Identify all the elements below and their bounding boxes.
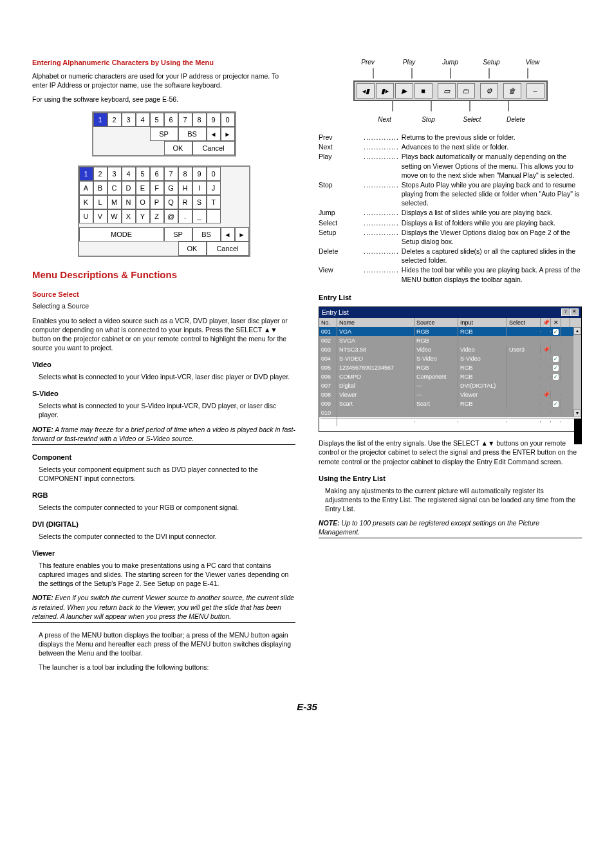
kb-key-F[interactable]: F — [150, 181, 164, 195]
kb2-cancel[interactable]: Cancel — [207, 241, 249, 256]
toolbar-button-2[interactable]: ▶ — [395, 83, 413, 99]
kb-key-J[interactable]: J — [207, 181, 221, 195]
scroll-down-icon[interactable]: ▾ — [573, 410, 581, 417]
kb-key-4[interactable]: 4 — [136, 113, 150, 127]
toolbar-button-5[interactable]: ▭ — [438, 83, 456, 99]
scroll-up-icon[interactable]: ▴ — [573, 327, 581, 335]
kb-key-M[interactable]: M — [107, 195, 122, 209]
entry-row-001[interactable]: 001VGARGBRGB — [319, 327, 573, 336]
kb2-right[interactable]: ► — [235, 227, 249, 241]
kb-key-2[interactable]: 2 — [107, 113, 122, 127]
kb-key-9[interactable]: 9 — [207, 113, 221, 127]
kb-key-O[interactable]: O — [136, 195, 150, 209]
entry-row-007[interactable]: 007Digital---DVI(DIGITAL) — [319, 381, 573, 390]
kb-key-@[interactable]: @ — [164, 209, 178, 223]
entry-row-002[interactable]: 002SVGARGB — [319, 336, 573, 345]
kb-key-6[interactable]: 6 — [150, 167, 164, 181]
kb-key-5[interactable]: 5 — [136, 167, 150, 181]
kb-key-U[interactable]: U — [79, 209, 93, 223]
selecting-source-body: Enables you to select a video source suc… — [32, 316, 295, 353]
kb-key-_[interactable]: _ — [192, 209, 207, 223]
kb-key-L[interactable]: L — [93, 195, 107, 209]
kb-sp[interactable]: SP — [150, 127, 178, 141]
kb-key-Z[interactable]: Z — [150, 209, 164, 223]
entry-row-011[interactable]: 011 — [319, 417, 573, 426]
kb-bs[interactable]: BS — [178, 127, 207, 141]
kb-key-1[interactable]: 1 — [79, 167, 93, 181]
video-body: Selects what is connected to your Video … — [32, 372, 295, 381]
toolbar-button-8[interactable]: ⚙ — [480, 83, 498, 99]
toolbar-button-1[interactable]: ▮▸ — [376, 83, 394, 99]
toolbar-button-10[interactable]: 🗑 — [503, 83, 521, 99]
kb2-bs[interactable]: BS — [192, 227, 221, 241]
kb-key-.[interactable]: . — [178, 209, 192, 223]
kb-key-9[interactable]: 9 — [192, 167, 207, 181]
help-icon[interactable]: ? — [561, 308, 570, 316]
kb-key-Y[interactable]: Y — [136, 209, 150, 223]
kb-right-arrow[interactable]: ► — [221, 127, 235, 141]
svideo-title: S-Video — [32, 389, 295, 399]
kb-key-0[interactable]: 0 — [207, 167, 221, 181]
kb-key-V[interactable]: V — [93, 209, 107, 223]
kb-key-W[interactable]: W — [107, 209, 122, 223]
kb-key-7[interactable]: 7 — [164, 167, 178, 181]
viewer-body-2: A press of the MENU button displays the … — [32, 630, 295, 658]
kb-key- [interactable] — [207, 209, 221, 223]
kb-key-S[interactable]: S — [192, 195, 207, 209]
kb-key-Q[interactable]: Q — [164, 195, 178, 209]
kb-cancel[interactable]: Cancel — [192, 141, 235, 155]
kb-key-8[interactable]: 8 — [192, 113, 207, 127]
kb-ok[interactable]: OK — [164, 141, 192, 155]
toolbar-button-12[interactable]: – — [526, 83, 544, 99]
kb-key-7[interactable]: 7 — [178, 113, 192, 127]
close-icon[interactable]: ✕ — [570, 308, 579, 316]
entry-row-004[interactable]: 004S-VIDEOS-VideoS-Video — [319, 354, 573, 363]
kb-key-G[interactable]: G — [164, 181, 178, 195]
kb-key-H[interactable]: H — [178, 181, 192, 195]
kb-key-D[interactable]: D — [122, 181, 136, 195]
heading-entry-list: Entry List — [319, 293, 582, 303]
kb2-left[interactable]: ◄ — [221, 227, 235, 241]
kb-key-X[interactable]: X — [122, 209, 136, 223]
kb-mode[interactable]: MODE — [79, 227, 164, 241]
kb-key-C[interactable]: C — [107, 181, 122, 195]
kb-key-4[interactable]: 4 — [122, 167, 136, 181]
heading-source-select: Source Select — [32, 290, 295, 299]
scrollbar[interactable]: ▴ ▾ — [573, 327, 581, 417]
entry-list-desc: Displays the list of the entry signals. … — [319, 439, 582, 466]
kb-key-K[interactable]: K — [79, 195, 93, 209]
kb-key-8[interactable]: 8 — [178, 167, 192, 181]
toolbar-button-0[interactable]: ◂▮ — [357, 83, 375, 99]
toolbar-button-6[interactable]: 🗀 — [457, 83, 475, 99]
heading-entering-chars: Entering Alphanumeric Characters by Usin… — [32, 58, 295, 68]
kb-key-3[interactable]: 3 — [122, 113, 136, 127]
kb-key-6[interactable]: 6 — [164, 113, 178, 127]
kb2-ok[interactable]: OK — [178, 241, 207, 256]
entry-row-006[interactable]: 006COMPOComponentRGB — [319, 372, 573, 381]
entry-row-010[interactable]: 010 — [319, 408, 573, 417]
kb-key-T[interactable]: T — [207, 195, 221, 209]
kb-key-E[interactable]: E — [136, 181, 150, 195]
entry-row-003[interactable]: 003NTSC3.58VideoVideoUser3📌 — [319, 345, 573, 354]
kb-key-P[interactable]: P — [150, 195, 164, 209]
kb-key-R[interactable]: R — [178, 195, 192, 209]
def-delete: Delete ..............Deletes a captured … — [319, 247, 582, 265]
entry-row-005[interactable]: 00512345678901234567RGBRGB — [319, 363, 573, 372]
kb2-sp[interactable]: SP — [164, 227, 192, 241]
para-enter-2: For using the software keyboard, see pag… — [32, 95, 295, 104]
kb-left-arrow[interactable]: ◄ — [207, 127, 221, 141]
kb-key-1[interactable]: 1 — [93, 113, 107, 127]
entry-row-008[interactable]: 008Viewer---Viewer📌 — [319, 390, 573, 399]
kb-key-5[interactable]: 5 — [150, 113, 164, 127]
kb-key-2[interactable]: 2 — [93, 167, 107, 181]
kb-key-3[interactable]: 3 — [107, 167, 122, 181]
entry-row-009[interactable]: 009ScartScartRGB — [319, 399, 573, 408]
kb-key-A[interactable]: A — [79, 181, 93, 195]
rgb-title: RGB — [32, 491, 295, 500]
toolbar-button-3[interactable]: ■ — [414, 83, 433, 99]
kb-key-N[interactable]: N — [122, 195, 136, 209]
kb-key-I[interactable]: I — [192, 181, 207, 195]
kb-key-0[interactable]: 0 — [221, 113, 235, 127]
toolbar-figure: PrevPlayJumpSetupView ◂▮▮▸▶■▭🗀⚙🗑– NextSt… — [319, 58, 582, 124]
kb-key-B[interactable]: B — [93, 181, 107, 195]
